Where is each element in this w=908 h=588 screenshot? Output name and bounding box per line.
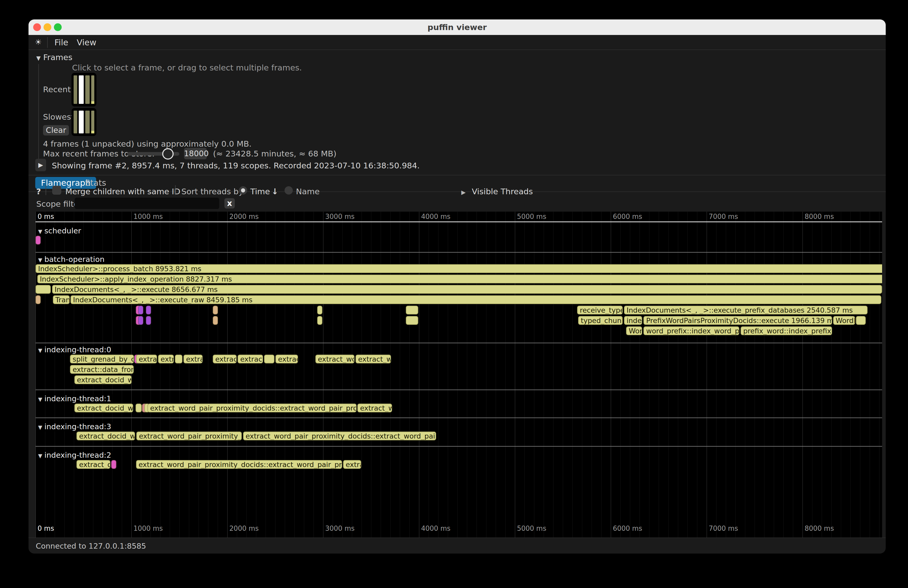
scope-bar[interactable]: prefix_word::index_prefix_wo <box>741 326 832 335</box>
scope-bar[interactable] <box>213 306 218 315</box>
scope-bar[interactable]: inde <box>624 316 642 325</box>
collapse-arrow-icon: ▼ <box>38 228 42 235</box>
title-bar[interactable]: puffin viewer <box>29 19 886 35</box>
frame-bar[interactable] <box>85 111 90 133</box>
sort-time-label[interactable]: Time <box>250 187 270 196</box>
sort-time-radio[interactable] <box>239 186 247 194</box>
flamegraph-canvas[interactable]: 0 ms0 ms1000 ms1000 ms2000 ms2000 ms3000… <box>35 212 882 538</box>
scope-bar[interactable]: extract::data_from_ob <box>70 365 134 374</box>
scope-bar[interactable]: extract_word_pair_proximity_docids::extr… <box>136 460 342 469</box>
thread-header[interactable]: ▼indexing-thread:2 <box>37 451 113 460</box>
scope-bar[interactable] <box>138 316 143 325</box>
max-frames-slider-knob[interactable] <box>162 148 174 159</box>
thread-header[interactable]: ▼scheduler <box>37 227 83 236</box>
minor-gridline <box>869 212 870 538</box>
minor-gridline <box>572 212 573 538</box>
scope-bar[interactable]: Word <box>626 326 642 335</box>
axis-tick-label: 0 ms <box>37 213 54 220</box>
scope-bar[interactable] <box>138 306 143 315</box>
scope-bar[interactable]: extra <box>158 355 174 363</box>
axis-tick-label: 0 ms <box>37 525 54 532</box>
minor-gridline <box>620 212 621 538</box>
scope-bar[interactable]: extract <box>136 355 157 363</box>
merge-children-checkbox[interactable] <box>52 186 61 194</box>
scope-bar[interactable]: extract_ <box>238 355 263 363</box>
frame-bar[interactable] <box>85 76 90 104</box>
scope-bar[interactable] <box>146 306 151 315</box>
scope-bar[interactable]: extract_ <box>213 355 237 363</box>
frame-bar[interactable] <box>79 111 84 133</box>
recent-frames-label: Recent: <box>43 85 74 94</box>
scope-bar[interactable] <box>317 306 322 315</box>
scope-bar[interactable]: typed_chunk::w <box>578 316 623 325</box>
scope-bar[interactable] <box>146 316 151 325</box>
scope-bar[interactable]: word_prefix::index_word_prefix_ <box>644 326 739 335</box>
scope-bar[interactable] <box>406 306 418 315</box>
sort-name-label[interactable]: Name <box>296 187 319 196</box>
frame-bar[interactable] <box>74 111 77 133</box>
scope-bar[interactable]: extract_word_pair_proximity_docids::extr… <box>243 432 436 440</box>
thread-header[interactable]: ▼indexing-thread:0 <box>37 345 113 355</box>
minor-gridline <box>553 212 554 538</box>
scope-bar[interactable]: IndexDocuments<_, _>::execute 8656.677 m… <box>52 285 882 294</box>
scope-bar[interactable] <box>35 295 41 304</box>
scope-bar[interactable]: Trans <box>53 295 70 304</box>
scope-bar[interactable] <box>135 403 142 412</box>
play-button[interactable]: ▶ <box>35 159 46 171</box>
scope-bar[interactable] <box>406 316 418 325</box>
frame-bar[interactable] <box>74 76 77 104</box>
scope-bar[interactable] <box>264 355 275 363</box>
scope-bar[interactable]: extract_docid_word <box>76 432 135 440</box>
visible-threads-header[interactable]: ▶ Visible Threads <box>461 187 533 196</box>
scope-bar[interactable] <box>856 316 866 325</box>
frames-section-header[interactable]: ▼ Frames <box>36 53 72 62</box>
scope-bar[interactable] <box>35 236 41 244</box>
help-button[interactable]: ? <box>36 187 41 196</box>
sort-direction-arrow-icon[interactable]: ↓ <box>272 187 278 196</box>
scope-bar[interactable]: extract_word_pair_proximity_docids <box>136 432 242 440</box>
frame-bar[interactable] <box>79 76 84 104</box>
scope-bar[interactable]: extract_word_pair_proximity_docids::extr… <box>147 403 357 412</box>
scope-bar[interactable]: receive_typed_ <box>577 306 622 315</box>
frame-bar[interactable] <box>91 111 94 133</box>
scope-bar[interactable] <box>317 316 322 325</box>
scope-bar[interactable]: extract_docid_word <box>74 403 133 412</box>
scope-bar[interactable]: extract_wo <box>357 403 392 412</box>
clear-button[interactable]: Clear <box>43 125 69 135</box>
max-frames-value[interactable]: 18000 <box>184 148 207 159</box>
scope-bar[interactable] <box>213 316 218 325</box>
clear-filter-button[interactable]: x <box>224 198 235 209</box>
theme-toggle-sun-icon[interactable]: ☀ <box>35 37 42 47</box>
minor-gridline <box>400 212 400 538</box>
scope-bar[interactable]: IndexScheduler>::process_batch 8953.821 … <box>35 264 882 273</box>
scope-bar[interactable]: IndexDocuments<_, _>::execute_raw 8459.1… <box>71 295 882 304</box>
axis-tick-label: 1000 ms <box>134 213 163 220</box>
scope-bar[interactable]: extrac <box>343 460 361 469</box>
scope-bar[interactable]: IndexDocuments<_, _>::execute_prefix_dat… <box>624 306 868 315</box>
scope-bar[interactable] <box>175 355 183 363</box>
menu-item-file[interactable]: File <box>55 37 68 47</box>
scope-bar[interactable]: extract_doc <box>76 460 110 469</box>
menu-item-view[interactable]: View <box>77 37 97 47</box>
thread-header[interactable]: ▼indexing-thread:1 <box>37 394 113 403</box>
axis-separator-line <box>35 222 882 222</box>
scope-bar[interactable]: extract <box>275 355 298 363</box>
sort-name-radio[interactable] <box>285 186 293 194</box>
scope-bar[interactable]: extract_docid_word <box>74 375 132 384</box>
scope-bar[interactable]: extract_word <box>316 355 355 363</box>
collapse-arrow-icon: ▼ <box>38 257 42 263</box>
thread-header[interactable]: ▼batch-operation <box>37 255 106 264</box>
scope-bar[interactable] <box>35 285 51 294</box>
scope-bar[interactable]: split_grenad_by_chun <box>70 355 134 363</box>
thread-header[interactable]: ▼indexing-thread:3 <box>37 422 113 432</box>
scope-filter-input[interactable] <box>75 198 219 209</box>
scope-bar[interactable]: extract_wo <box>356 355 391 363</box>
scope-bar[interactable]: IndexScheduler>::apply_index_operation 8… <box>37 275 882 283</box>
scope-bar[interactable]: PrefixWordPairsProximityDocids::execute … <box>644 316 832 325</box>
recent-frames-thumbnail[interactable] <box>71 73 97 106</box>
slowest-frames-thumbnail[interactable] <box>71 108 97 136</box>
scope-bar[interactable] <box>111 460 116 469</box>
scope-bar[interactable]: WordPr <box>833 316 855 325</box>
frame-bar[interactable] <box>91 76 94 104</box>
scope-bar[interactable]: extrac <box>184 355 203 363</box>
